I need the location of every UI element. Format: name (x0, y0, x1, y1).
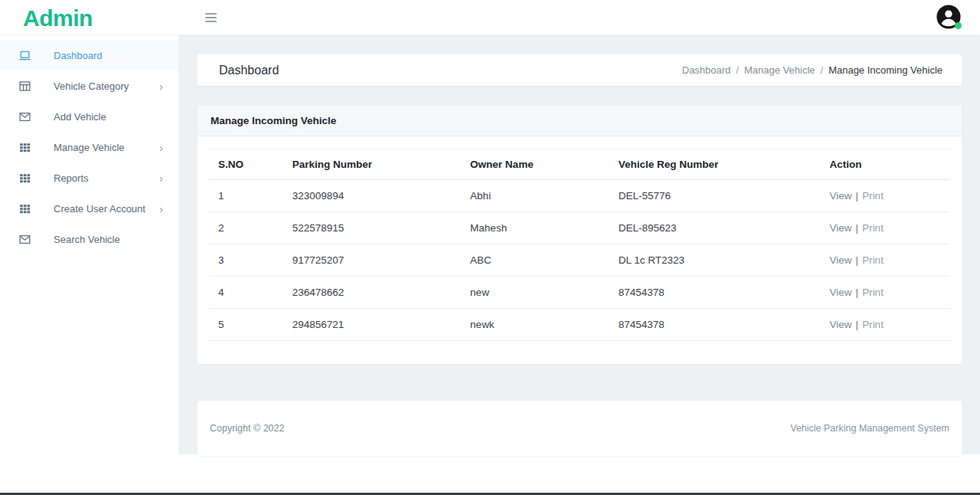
card-body: S.NO Parking Number Owner Name Vehicle R… (198, 136, 962, 364)
grid-icon (18, 141, 31, 154)
hamburger-menu-icon[interactable] (205, 11, 219, 25)
chevron-right-icon: › (159, 172, 163, 184)
cell-vehicle-reg-number: 87454378 (609, 309, 821, 341)
cell-sno: 5 (209, 309, 283, 341)
table-row: 1 323009894 Abhi DEL-55776 View|Print (209, 180, 950, 212)
action-separator: | (856, 287, 859, 298)
main-content: Dashboard Dashboard/Manage Vehicle/Manag… (178, 35, 980, 454)
user-avatar[interactable] (936, 4, 962, 30)
cell-vehicle-reg-number: DEL-895623 (609, 212, 821, 244)
sidebar-item-label: Add Vehicle (54, 111, 163, 123)
cell-actions: View|Print (821, 212, 950, 244)
column-header-vehicle-reg-number: Vehicle Reg Number (609, 149, 821, 180)
column-header-sno: S.NO (209, 149, 283, 180)
cell-sno: 3 (209, 244, 283, 277)
cell-vehicle-reg-number: 87454378 (609, 277, 821, 309)
table-icon (18, 80, 31, 93)
page-title: Dashboard (219, 64, 279, 77)
card-title: Manage Incoming Vehicle (198, 106, 962, 136)
sidebar: Dashboard Vehicle Category › Add Vehicle… (0, 35, 178, 454)
breadcrumb-current: Manage Incoming Vehicle (828, 64, 942, 76)
print-link[interactable]: Print (862, 287, 884, 298)
sidebar-item-label: Dashboard (54, 50, 163, 61)
print-link[interactable]: Print (862, 319, 884, 330)
cell-actions: View|Print (821, 277, 950, 309)
column-header-parking-number: Parking Number (283, 149, 461, 180)
sidebar-item-manage-vehicle[interactable]: Manage Vehicle › (0, 132, 178, 162)
cell-parking-number: 522578915 (283, 212, 461, 244)
view-link[interactable]: View (830, 319, 852, 330)
cell-actions: View|Print (821, 244, 950, 277)
cell-owner-name: Mahesh (461, 212, 609, 244)
sidebar-item-label: Search Vehicle (54, 234, 163, 245)
top-header: Admin (0, 0, 980, 35)
table-row: 5 294856721 newk 87454378 View|Print (209, 309, 950, 341)
table-row: 4 236478662 new 87454378 View|Print (209, 277, 950, 309)
sidebar-item-vehicle-category[interactable]: Vehicle Category › (0, 70, 178, 101)
print-link[interactable]: Print (862, 222, 884, 234)
cell-parking-number: 236478662 (283, 277, 461, 309)
view-link[interactable]: View (830, 287, 852, 298)
cell-owner-name: ABC (461, 244, 609, 277)
grid-icon (18, 202, 31, 215)
chevron-right-icon: › (159, 80, 163, 92)
print-link[interactable]: Print (862, 254, 884, 266)
column-header-owner-name: Owner Name (461, 149, 609, 180)
page-footer: Copyright © 2022 Vehicle Parking Managem… (198, 401, 962, 456)
sidebar-item-search-vehicle[interactable]: Search Vehicle (0, 224, 178, 254)
envelope-icon (18, 110, 31, 123)
manage-incoming-vehicle-card: Manage Incoming Vehicle S.NO Parking Num… (198, 106, 962, 364)
cell-owner-name: newk (461, 309, 609, 341)
laptop-icon (18, 49, 31, 62)
action-separator: | (856, 190, 859, 202)
cell-owner-name: new (461, 277, 609, 309)
breadcrumb-separator: / (736, 64, 739, 76)
cell-sno: 2 (209, 212, 283, 244)
sidebar-item-label: Reports (54, 172, 159, 184)
table-row: 2 522578915 Mahesh DEL-895623 View|Print (209, 212, 950, 244)
cell-owner-name: Abhi (461, 180, 609, 212)
breadcrumb-link-manage-vehicle[interactable]: Manage Vehicle (744, 64, 815, 76)
envelope-icon (18, 233, 31, 246)
brand-text: Vehicle Parking Management System (790, 423, 949, 434)
print-link[interactable]: Print (862, 190, 884, 202)
incoming-vehicle-table: S.NO Parking Number Owner Name Vehicle R… (209, 149, 950, 341)
cell-vehicle-reg-number: DL 1c RT2323 (609, 244, 821, 277)
chevron-right-icon: › (159, 203, 163, 215)
cell-sno: 4 (209, 277, 283, 309)
cell-actions: View|Print (821, 309, 950, 341)
cell-parking-number: 294856721 (283, 309, 461, 341)
action-separator: | (856, 222, 859, 234)
cell-parking-number: 917725207 (283, 244, 461, 277)
action-separator: | (856, 254, 859, 266)
table-row: 3 917725207 ABC DL 1c RT2323 View|Print (209, 244, 950, 277)
action-separator: | (856, 319, 859, 330)
view-link[interactable]: View (830, 254, 852, 266)
breadcrumb-link-dashboard[interactable]: Dashboard (682, 64, 731, 76)
cell-sno: 1 (209, 180, 283, 212)
grid-icon (18, 172, 31, 185)
sidebar-item-label: Vehicle Category (54, 80, 159, 92)
breadcrumb: Dashboard/Manage Vehicle/Manage Incoming… (682, 64, 942, 76)
copyright-text: Copyright © 2022 (210, 423, 284, 434)
page-title-bar: Dashboard Dashboard/Manage Vehicle/Manag… (198, 54, 962, 86)
chevron-right-icon: › (159, 142, 163, 153)
sidebar-item-dashboard[interactable]: Dashboard (0, 40, 178, 70)
table-header-row: S.NO Parking Number Owner Name Vehicle R… (209, 149, 950, 180)
sidebar-item-create-user-account[interactable]: Create User Account › (0, 193, 178, 224)
cell-parking-number: 323009894 (283, 180, 461, 212)
online-status-dot (955, 22, 962, 29)
column-header-action: Action (821, 149, 950, 180)
view-link[interactable]: View (830, 190, 852, 202)
app-logo: Admin (23, 2, 93, 35)
sidebar-item-label: Create User Account (54, 203, 159, 215)
cell-actions: View|Print (821, 180, 950, 212)
cell-vehicle-reg-number: DEL-55776 (609, 180, 821, 212)
view-link[interactable]: View (830, 222, 852, 234)
sidebar-item-label: Manage Vehicle (54, 142, 159, 153)
breadcrumb-separator: / (821, 64, 824, 76)
sidebar-item-add-vehicle[interactable]: Add Vehicle (0, 101, 178, 132)
sidebar-item-reports[interactable]: Reports › (0, 162, 178, 193)
